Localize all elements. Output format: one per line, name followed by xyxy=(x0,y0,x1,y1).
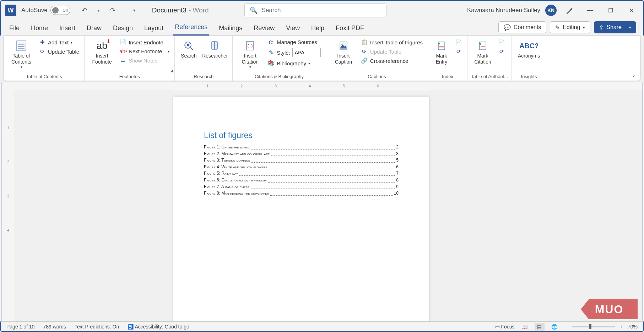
show-notes-icon: ▭ xyxy=(119,57,126,64)
table-of-figures[interactable]: Figure 1: United we stand2Figure 2: Mini… xyxy=(204,144,399,197)
ruler-vertical[interactable]: 1234 xyxy=(5,90,13,321)
editing-mode-button[interactable]: ✎ Editing ▾ xyxy=(550,21,590,33)
insert-caption-button[interactable]: Insert Caption xyxy=(330,38,357,66)
undo-button[interactable]: ↶ xyxy=(78,4,91,17)
table-of-contents-button[interactable]: Table of Contents ▾ xyxy=(7,38,35,70)
tof-icon: 📋 xyxy=(361,39,368,45)
researcher-label: Researcher xyxy=(202,53,228,59)
status-bar: Page 1 of 10 789 words Text Predictions:… xyxy=(0,321,644,332)
manage-sources-button[interactable]: 🗂Manage Sources xyxy=(266,38,322,46)
close-button[interactable]: ✕ xyxy=(623,4,639,17)
autosave-toggle[interactable]: Off xyxy=(50,6,70,15)
update-toc-button[interactable]: ⟳Update Table xyxy=(37,47,81,56)
status-predictions[interactable]: Text Predictions: On xyxy=(75,324,119,330)
zoom-slider[interactable] xyxy=(572,326,615,327)
tof-entry[interactable]: Figure 2: Minimalist and colorful art3 xyxy=(204,151,399,157)
share-button[interactable]: ⇪ Share ▾ xyxy=(594,21,636,33)
tof-page: 2 xyxy=(396,144,399,151)
update-tof-button[interactable]: ⟳Update Table xyxy=(359,47,424,56)
ruler-horizontal[interactable]: 123456 xyxy=(14,82,643,90)
update-index-button[interactable]: ⟳ xyxy=(454,47,464,56)
status-page[interactable]: Page 1 of 10 xyxy=(6,324,34,330)
read-mode-button[interactable]: 📖 xyxy=(520,323,530,331)
search-input[interactable] xyxy=(262,7,381,14)
ruler-tick: 6 xyxy=(377,84,379,88)
web-layout-button[interactable]: 🌐 xyxy=(550,323,559,331)
tof-entry[interactable]: Figure 7: A game of chess9 xyxy=(204,184,399,190)
print-layout-button[interactable]: ▤ xyxy=(535,323,545,331)
tab-draw[interactable]: Draw xyxy=(85,22,103,36)
tab-layout[interactable]: Layout xyxy=(143,22,165,36)
insert-endnote-button[interactable]: 📄Insert Endnote xyxy=(118,38,171,47)
user-avatar[interactable]: KN xyxy=(545,5,557,16)
bibliography-button[interactable]: 📚Bibliography ▾ xyxy=(266,59,322,67)
maximize-button[interactable]: ☐ xyxy=(603,4,618,17)
tof-entry[interactable]: Figure 3: Tumbing dominos5 xyxy=(204,157,399,164)
show-notes-button[interactable]: ▭Show Notes xyxy=(118,56,171,65)
document-title[interactable]: Document3 xyxy=(152,6,186,14)
tab-foxitpdf[interactable]: Foxit PDF xyxy=(334,22,366,36)
footnote-label: Insert Footnote xyxy=(89,53,115,65)
citation-style-select[interactable] xyxy=(292,48,321,57)
tof-entry[interactable]: Figure 5: Rainy day7 xyxy=(204,170,399,177)
focus-button[interactable]: ▭ Focus xyxy=(495,324,515,330)
zoom-level[interactable]: 70% xyxy=(628,324,638,330)
tab-mailings[interactable]: Mailings xyxy=(217,22,244,36)
pencil-icon: ✎ xyxy=(555,24,560,31)
tab-help[interactable]: Help xyxy=(310,22,326,36)
accessibility-icon: ♿ xyxy=(128,324,134,330)
document-canvas[interactable]: List of figures Figure 1: United we stan… xyxy=(14,90,643,321)
tof-entry[interactable]: Figure 8: Man reading the newspaper10 xyxy=(204,190,399,197)
heading-list-of-figures[interactable]: List of figures xyxy=(204,131,399,140)
search-box[interactable]: 🔍 xyxy=(244,3,386,17)
footnotes-launcher-icon[interactable]: ◢ xyxy=(170,68,173,73)
mark-entry-button[interactable]: Mark Entry xyxy=(432,38,451,66)
search-button[interactable]: Search xyxy=(178,38,199,60)
tab-review[interactable]: Review xyxy=(252,22,276,36)
tab-references[interactable]: References xyxy=(173,21,209,36)
cross-reference-button[interactable]: 🔗Cross-reference xyxy=(359,56,424,65)
user-name[interactable]: Kawusara Nurudeen Salley xyxy=(467,7,540,14)
tof-leader xyxy=(271,151,395,156)
next-footnote-button[interactable]: ab¹Next Footnote ▾ xyxy=(118,47,171,55)
update-toa-button[interactable]: ⟳ xyxy=(497,47,507,56)
update-tof-icon: ⟳ xyxy=(361,48,368,55)
tab-design[interactable]: Design xyxy=(112,22,134,36)
undo-dropdown[interactable]: ▾ xyxy=(92,4,105,17)
tof-entry[interactable]: Figure 4: White and yellow flowers6 xyxy=(204,164,399,170)
comments-button[interactable]: 💬 Comments xyxy=(498,21,546,33)
tab-file[interactable]: File xyxy=(8,22,21,36)
share-dropdown-icon[interactable]: ▾ xyxy=(626,25,631,30)
status-accessibility[interactable]: ♿ Accessibility: Good to go xyxy=(128,324,189,330)
tof-entry[interactable]: Figure 6: Girl staring out a window8 xyxy=(204,177,399,184)
insert-citation-button[interactable]: (–) Insert Citation ▾ xyxy=(236,38,264,70)
minimize-button[interactable]: — xyxy=(582,4,598,17)
redo-button[interactable]: ↷ xyxy=(107,4,119,17)
zoom-out-button[interactable]: − xyxy=(564,324,567,330)
crossref-icon: 🔗 xyxy=(361,58,368,64)
zoom-in-button[interactable]: + xyxy=(620,324,623,330)
zoom-thumb[interactable] xyxy=(589,324,591,329)
tof-entry[interactable]: Figure 1: United we stand2 xyxy=(204,144,399,151)
tof-page: 10 xyxy=(394,190,399,197)
tab-insert[interactable]: Insert xyxy=(58,22,77,36)
status-words[interactable]: 789 words xyxy=(43,324,66,330)
insert-tof-button[interactable]: 📋Insert Table of Figures xyxy=(359,38,424,47)
insert-toa-button[interactable]: 📄 xyxy=(497,38,507,47)
tab-home[interactable]: Home xyxy=(29,22,49,36)
insert-footnote-button[interactable]: ab1 Insert Footnote xyxy=(88,38,116,66)
tof-caption: Figure 6: Girl staring out a window xyxy=(204,177,267,184)
add-text-button[interactable]: ✚Add Text ▾ xyxy=(37,38,81,47)
acronyms-button[interactable]: ABC? Acronyms xyxy=(515,38,542,60)
mark-citation-button[interactable]: Mark Citation xyxy=(471,38,494,66)
insert-index-button[interactable]: 📄 xyxy=(454,38,464,47)
pen-ink-button[interactable] xyxy=(562,4,577,17)
search-magnifier-icon xyxy=(183,39,194,52)
ribbon-collapse-button[interactable]: ⌄ xyxy=(632,72,636,78)
customize-qat[interactable]: ▾ xyxy=(128,4,141,17)
ruler-tick: 4 xyxy=(309,84,311,88)
tab-view[interactable]: View xyxy=(285,22,301,36)
researcher-button[interactable]: Researcher xyxy=(201,38,229,60)
page[interactable]: List of figures Figure 1: United we stan… xyxy=(173,97,429,321)
next-footnote-icon: ab¹ xyxy=(119,48,126,54)
